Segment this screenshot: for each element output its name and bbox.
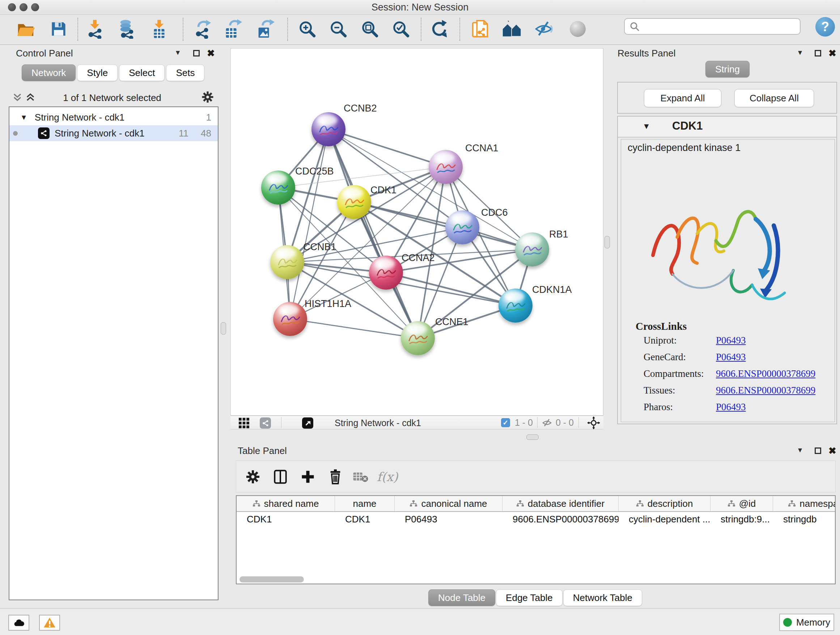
zoom-out-button[interactable] (328, 19, 349, 40)
save-session-button[interactable] (48, 19, 69, 40)
node-CDKN1A[interactable] (499, 288, 532, 323)
open-session-button[interactable] (15, 19, 36, 40)
node-CDC6[interactable] (445, 211, 479, 244)
zoom-selected-button[interactable] (390, 19, 411, 40)
collapse-all-tree-button[interactable] (12, 92, 22, 104)
node-CCNA1[interactable] (429, 150, 463, 184)
network-view[interactable]: CCNB2CCNA1CDC25BCDK1CDC6RB1CCNB1CCNA2CDK… (231, 48, 603, 416)
zoom-fit-button[interactable] (359, 19, 380, 40)
horizontal-scrollbar[interactable] (240, 576, 304, 583)
selected-checkbox[interactable]: ✓ (501, 418, 510, 427)
table-panel-float-button[interactable] (815, 448, 821, 454)
warnings-button[interactable] (39, 615, 60, 631)
node-CDC25B[interactable] (261, 171, 295, 204)
bottom-splitter-handle[interactable] (526, 434, 538, 440)
results-panel-float-button[interactable] (815, 50, 821, 57)
tree-expand-caret[interactable]: ▼ (20, 113, 27, 122)
memory-status-button[interactable]: Memory (779, 614, 834, 631)
node-table[interactable]: shared namenamecanonical namedatabase id… (236, 495, 836, 584)
expand-all-button[interactable]: Expand All (644, 89, 722, 107)
edge-HIST1H1A-CCNE1[interactable] (290, 319, 418, 338)
export-table-button[interactable] (222, 19, 243, 40)
tab-style[interactable]: Style (77, 65, 118, 81)
table-panel-close-button[interactable]: ✖ (829, 445, 836, 456)
birds-eye-view-button[interactable] (587, 416, 600, 431)
edge-CCNB2-HIST1H1A[interactable] (290, 129, 328, 319)
tab-edge-table[interactable]: Edge Table (496, 589, 562, 606)
entry-collapse-caret[interactable]: ▼ (643, 122, 651, 131)
column-header-shared-name[interactable]: shared name (237, 496, 335, 511)
crosslink-value-link[interactable]: P06493 (716, 335, 746, 346)
node-RB1[interactable] (515, 233, 549, 266)
import-table-button[interactable] (149, 19, 170, 40)
results-panel-close-button[interactable]: ✖ (829, 48, 836, 59)
string-home-button[interactable] (502, 19, 523, 40)
column-header--id[interactable]: @id (711, 496, 773, 511)
control-panel-float-button[interactable] (193, 50, 200, 57)
crosslink-value-link[interactable]: P06493 (716, 352, 746, 363)
tab-node-table[interactable]: Node Table (428, 589, 495, 606)
network-collection-row[interactable]: ▼ String Network - cdk1 1 (9, 109, 218, 125)
node-CCNB2[interactable] (311, 112, 346, 146)
table-cell[interactable]: CDK1 (335, 512, 395, 526)
column-header-database-identifier[interactable]: database identifier (502, 496, 619, 511)
right-splitter-handle[interactable] (605, 236, 610, 249)
control-panel-close-button[interactable]: ✖ (207, 48, 215, 59)
tab-network[interactable]: Network (22, 65, 76, 81)
crosslink-value-link[interactable]: 9606.ENSP00000378699 (716, 385, 815, 396)
table-cell[interactable]: 9606.ENSP00000378699 (502, 512, 619, 526)
detach-view-button[interactable] (302, 417, 313, 429)
collapse-all-button[interactable]: Collapse All (734, 89, 814, 107)
table-row[interactable]: CDK1CDK1P064939606.ENSP00000378699cyclin… (237, 512, 835, 526)
entry-header[interactable]: ▼ CDK1 (618, 117, 836, 138)
column-header-description[interactable]: description (619, 496, 711, 511)
zoom-selected-icon (391, 19, 411, 39)
column-header-canonical-name[interactable]: canonical name (395, 496, 502, 511)
delete-column-button[interactable] (325, 466, 346, 488)
cloud-status-button[interactable] (8, 615, 29, 631)
crosslink-value-link[interactable]: 9606.ENSP00000378699 (716, 368, 815, 379)
import-network-database-button[interactable] (116, 19, 137, 40)
tab-sets[interactable]: Sets (166, 65, 204, 81)
export-network-button[interactable] (192, 19, 213, 40)
column-header-namespace[interactable]: namespace (773, 496, 836, 511)
table-cell[interactable]: P06493 (395, 512, 502, 526)
tab-string[interactable]: String (706, 61, 750, 78)
table-cell[interactable]: stringdb:9... (711, 512, 773, 526)
import-network-file-button[interactable] (85, 19, 106, 40)
control-panel-menu-caret[interactable]: ▾ (176, 48, 180, 57)
help-button[interactable]: ? (815, 17, 835, 36)
hide-glass-effect-button[interactable] (533, 19, 554, 40)
node-CCNA2[interactable] (369, 256, 403, 290)
network-row-selected[interactable]: String Network - cdk1 11 48 (9, 125, 218, 141)
node-HIST1H1A[interactable] (273, 302, 307, 336)
edge-CCNB2-CCNA1[interactable] (328, 129, 446, 167)
show-columns-button[interactable] (270, 466, 291, 488)
node-CCNE1[interactable] (401, 321, 435, 355)
node-CCNB1[interactable] (270, 245, 304, 279)
expand-all-tree-button[interactable] (25, 92, 35, 104)
tab-network-table[interactable]: Network Table (563, 589, 642, 606)
zoom-in-button[interactable] (297, 19, 317, 40)
table-cell[interactable]: stringdb (773, 512, 836, 526)
left-splitter-handle[interactable] (221, 322, 226, 334)
crosslink-value-link[interactable]: P06493 (716, 402, 746, 413)
table-options-gear-button[interactable] (242, 466, 264, 488)
table-cell[interactable]: cyclin-dependent ... (619, 512, 711, 526)
glass-ball-toggle-button[interactable] (567, 19, 588, 40)
column-header-name[interactable]: name (335, 496, 395, 511)
results-panel-menu-caret[interactable]: ▾ (798, 48, 802, 57)
table-cell[interactable]: CDK1 (237, 512, 335, 526)
copy-network-button[interactable] (470, 19, 491, 40)
network-options-gear-button[interactable] (201, 90, 214, 105)
search-input[interactable] (624, 18, 801, 35)
table-panel-menu-caret[interactable]: ▾ (798, 445, 802, 455)
export-image-button[interactable] (254, 19, 275, 40)
hidden-eye-slash-icon[interactable] (542, 418, 553, 429)
refresh-button[interactable] (429, 19, 450, 40)
grid-view-button[interactable] (239, 418, 249, 430)
network-share-view-button[interactable] (260, 417, 271, 429)
node-CDK1[interactable] (337, 185, 371, 219)
create-column-button[interactable] (297, 466, 319, 488)
tab-select[interactable]: Select (119, 65, 164, 81)
